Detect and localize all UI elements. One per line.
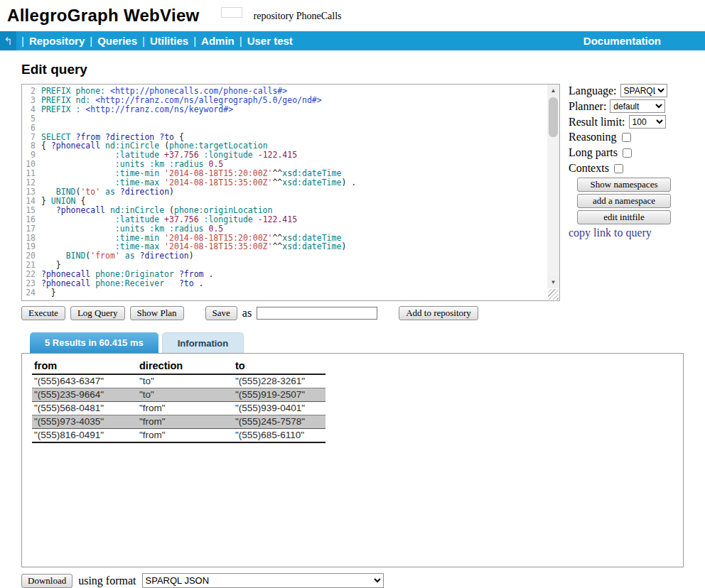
- scrollbar-up-icon[interactable]: ▲: [547, 85, 559, 97]
- code-text: }: [41, 288, 56, 298]
- nav-item-queries[interactable]: Queries: [97, 35, 137, 47]
- line-number: 2: [22, 87, 41, 96]
- table-row[interactable]: "(555)973-4035""from""(555)245-7578": [32, 415, 325, 429]
- line-number: 15: [22, 206, 41, 215]
- line-number: 6: [22, 124, 41, 133]
- copy-link-to-query[interactable]: copy link to query: [569, 227, 696, 239]
- show-plan-button[interactable]: Show Plan: [130, 306, 184, 320]
- code-line: 24 }: [22, 288, 559, 298]
- line-number: 14: [22, 197, 41, 206]
- result-limit-label: Result limit:: [569, 116, 625, 129]
- long-parts-label: Long parts: [569, 146, 618, 159]
- table-cell: "to": [137, 388, 233, 402]
- code-lines: 2PREFIX phone: <http://phonecalls.com/ph…: [22, 85, 559, 298]
- code-line: 6: [22, 124, 559, 133]
- table-cell: "(555)235-9664": [32, 388, 137, 402]
- nav-item-utilities[interactable]: Utilities: [150, 35, 188, 47]
- code-line: 16 :latitude +37.756 :longitude -122.415: [22, 215, 559, 224]
- nav-item-admin[interactable]: Admin: [201, 35, 235, 47]
- line-number: 16: [22, 215, 41, 224]
- table-cell: "(555)643-6347": [32, 374, 137, 388]
- allegrograph-webview-page: AllegroGraph WebView repository PhoneCal…: [0, 0, 705, 588]
- code-line: 23?phonecall phone:Receiver ?to .: [22, 279, 559, 288]
- save-button[interactable]: Save: [205, 306, 237, 320]
- code-text: ?phonecall phone:Receiver ?to .: [41, 279, 204, 288]
- save-name-input[interactable]: [257, 307, 377, 320]
- table-row[interactable]: "(555)816-0491""from""(555)685-6110": [32, 429, 325, 443]
- add-to-repository-button[interactable]: Add to repository: [399, 306, 478, 320]
- scrollbar-thumb[interactable]: [549, 97, 558, 137]
- reasoning-checkbox[interactable]: [622, 133, 631, 142]
- nav-separator: |: [193, 35, 196, 47]
- table-row[interactable]: "(555)568-0481""from""(555)939-0401": [32, 402, 325, 415]
- code-line: 20 BIND('from' as ?direction): [22, 251, 559, 261]
- contexts-checkbox[interactable]: [614, 164, 623, 173]
- edit-initfile-button[interactable]: edit initfile: [577, 210, 671, 224]
- log-query-button[interactable]: Log Query: [70, 306, 125, 320]
- table-cell: "(555)245-7578": [233, 415, 325, 429]
- contexts-label: Contexts: [569, 162, 609, 175]
- line-number: 17: [22, 224, 41, 234]
- editor-scrollbar[interactable]: ▲ ▼: [547, 85, 559, 288]
- back-arrow-icon[interactable]: ↰: [0, 31, 16, 50]
- table-cell: "(555)816-0491": [32, 429, 137, 443]
- query-options-sidebar: Language: SPARQL Planner: default Result…: [569, 84, 696, 239]
- line-number: 13: [22, 187, 41, 197]
- language-select[interactable]: SPARQL: [620, 84, 667, 97]
- table-row[interactable]: "(555)643-6347""to""(555)228-3261": [32, 374, 325, 388]
- line-number: 23: [22, 279, 41, 288]
- column-header-direction: direction: [137, 359, 233, 374]
- execute-button[interactable]: Execute: [21, 306, 65, 320]
- long-parts-row: Long parts: [569, 146, 696, 159]
- editor-resize-grip[interactable]: [548, 289, 559, 300]
- table-cell: "(555)685-6110": [233, 429, 325, 443]
- planner-select[interactable]: default: [610, 99, 665, 113]
- show-namespaces-button[interactable]: Show namespaces: [577, 178, 671, 192]
- planner-row: Planner: default: [569, 99, 696, 113]
- using-format-label: using format: [78, 575, 136, 587]
- contexts-row: Contexts: [569, 162, 696, 175]
- nav-separator: |: [90, 35, 92, 47]
- table-row[interactable]: "(555)235-9664""to""(555)919-2507": [32, 388, 325, 402]
- code-line: 13 BIND('to' as ?direction): [22, 187, 559, 197]
- table-cell: "from": [137, 415, 233, 429]
- table-cell: "(555)973-4035": [32, 415, 137, 429]
- main-nav: ↰ |Repository|Queries|Utilities|Admin|Us…: [0, 31, 705, 50]
- table-cell: "to": [137, 374, 233, 388]
- long-parts-checkbox[interactable]: [623, 148, 632, 158]
- line-number: 5: [22, 114, 41, 124]
- page-title: Edit query: [21, 62, 705, 77]
- nav-separator: |: [240, 35, 242, 47]
- main-content: Edit query 2PREFIX phone: <http://phonec…: [0, 62, 705, 588]
- results-table-body: "(555)643-6347""to""(555)228-3261""(555)…: [32, 374, 325, 442]
- tab-information[interactable]: Information: [162, 332, 244, 353]
- scrollbar-down-icon[interactable]: ▼: [547, 276, 559, 288]
- code-text: BIND('from' as ?direction): [41, 251, 194, 261]
- table-cell: "(555)919-2507": [233, 388, 325, 402]
- column-header-to: to: [233, 359, 325, 374]
- editor-row: 2PREFIX phone: <http://phonecalls.com/ph…: [21, 84, 705, 301]
- results-panel: fromdirectionto "(555)643-6347""to""(555…: [21, 353, 684, 567]
- nav-item-documentation[interactable]: Documentation: [583, 35, 661, 47]
- table-cell: "(555)228-3261": [233, 374, 325, 388]
- tab-results[interactable]: 5 Results in 60.415 ms: [30, 332, 158, 353]
- result-limit-row: Result limit: 100: [569, 115, 696, 129]
- query-editor[interactable]: 2PREFIX phone: <http://phonecalls.com/ph…: [21, 84, 560, 301]
- table-cell: "(555)939-0401": [233, 402, 325, 415]
- save-as-label: as: [242, 307, 252, 320]
- line-number: 4: [22, 105, 41, 114]
- header: AllegroGraph WebView repository PhoneCal…: [0, 0, 705, 31]
- nav-item-user-test[interactable]: User test: [247, 35, 293, 47]
- result-limit-select[interactable]: 100: [629, 115, 666, 129]
- table-cell: "(555)568-0481": [32, 402, 137, 415]
- query-actions: Execute Log Query Show Plan Save as Add …: [21, 306, 705, 320]
- nav-item-repository[interactable]: Repository: [29, 35, 85, 47]
- download-button[interactable]: Download: [21, 574, 72, 588]
- language-label: Language:: [569, 85, 617, 97]
- repository-label: repository PhoneCalls: [254, 11, 342, 22]
- add-a-namespace-button[interactable]: add a namespace: [577, 194, 671, 208]
- code-line: 5: [22, 114, 559, 124]
- format-select[interactable]: SPARQL JSON: [142, 573, 384, 588]
- line-number: 3: [22, 96, 41, 105]
- sidebar-buttons: Show namespacesadd a namespaceedit initf…: [577, 178, 671, 224]
